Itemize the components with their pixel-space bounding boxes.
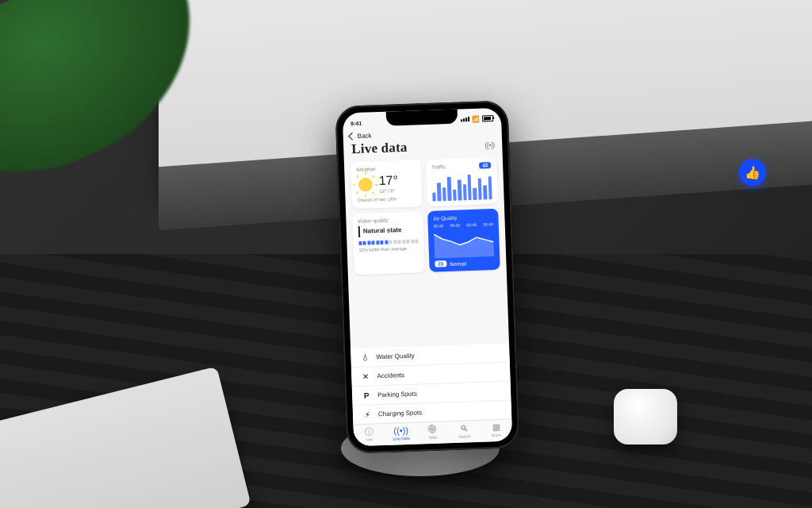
grid-icon: ▦: [492, 423, 500, 432]
water-state: Natural state: [363, 227, 402, 235]
traffic-badge: 43: [479, 162, 491, 169]
tab-label: Web: [429, 435, 437, 440]
metrics-list: 💧︎ Water Quality ✕ Accidents P Parking S…: [350, 340, 511, 424]
weather-temp: 17°: [378, 173, 398, 188]
list-label: Parking Spots: [377, 391, 417, 399]
tab-label: More: [492, 433, 501, 437]
weather-card[interactable]: Weather 17° 19° / 9° Chance of rain: 16%: [350, 160, 423, 209]
water-indicator-icon: [358, 226, 360, 237]
cross-icon: ✕: [361, 372, 370, 381]
water-quality-card[interactable]: Water quality Natural state 32% better t…: [352, 211, 425, 275]
weather-label: Weather: [356, 164, 416, 172]
list-label: Charging Spots: [378, 409, 422, 418]
weather-high-low: 19° / 9°: [379, 188, 398, 194]
air-sparkline: [434, 228, 494, 259]
tab-label: Search: [458, 433, 471, 439]
iphone-frame: 9:41 ︎📶 Back Live data ((•)) W: [335, 100, 519, 453]
status-time: 9:41: [350, 120, 362, 125]
thumbs-up-fab[interactable]: 👍: [739, 159, 766, 186]
list-label: Water Quality: [376, 352, 414, 361]
tab-label: Live Data: [393, 436, 409, 441]
water-gauge: [358, 239, 418, 245]
cellular-signal-icon: [461, 117, 469, 121]
droplet-icon: 💧︎: [360, 353, 370, 362]
tab-search[interactable]: 🔍︎ Search: [448, 421, 481, 443]
wifi-icon: ︎📶: [472, 115, 480, 122]
tab-web[interactable]: 🌐︎ Web: [416, 421, 449, 444]
iphone-notch: [386, 110, 458, 126]
globe-icon: 🌐︎: [428, 425, 437, 434]
thumbs-up-icon: 👍: [745, 165, 760, 180]
water-caption: 32% better than average: [359, 245, 419, 252]
traffic-bar-chart: [431, 172, 492, 202]
air-quality-card[interactable]: Air Quality 08:4008:43 08:4608:49 23 Nor…: [427, 209, 500, 272]
battery-icon: [482, 115, 493, 121]
tab-label: Info: [366, 437, 373, 442]
info-icon: ⓘ: [365, 427, 373, 436]
traffic-card[interactable]: 43 Traffic: [426, 157, 498, 206]
list-label: Accidents: [377, 371, 404, 379]
search-icon: 🔍︎: [460, 424, 469, 433]
tab-more[interactable]: ▦ More: [480, 419, 512, 441]
air-value: 23: [435, 260, 446, 267]
photo-scene: 👍 9:41 ︎📶 Back Liv: [0, 0, 812, 508]
tab-live-data[interactable]: ((•)) Live Data: [385, 423, 417, 445]
parking-icon: P: [362, 391, 371, 400]
broadcast-icon: ((•)): [393, 426, 408, 436]
air-label: Air Quality: [433, 214, 492, 221]
dashboard-grid: Weather 17° 19° / 9° Chance of rain: 16%: [344, 157, 509, 346]
broadcast-icon[interactable]: ((•)): [485, 140, 494, 148]
charging-icon: ⚡︎: [362, 410, 372, 419]
sun-icon: [356, 175, 374, 194]
tab-bar: ⓘ Info ((•)) Live Data 🌐︎ Web 🔍︎ Search …: [353, 418, 512, 446]
airpods-case: [614, 389, 677, 444]
tab-info[interactable]: ⓘ Info: [353, 424, 385, 446]
page-title: Live data: [351, 140, 408, 157]
air-ticks: 08:4008:43 08:4608:49: [434, 221, 493, 229]
air-status: Normal: [450, 260, 466, 267]
water-label: Water quality: [358, 216, 417, 224]
app-screen: 9:41 ︎📶 Back Live data ((•)) W: [343, 108, 513, 447]
